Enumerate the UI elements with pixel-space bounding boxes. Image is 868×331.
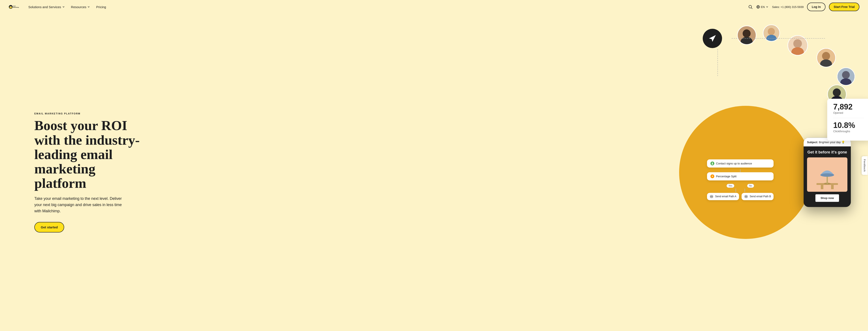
opened-number: 7,892: [833, 103, 864, 111]
email-icon: [744, 194, 748, 198]
product-image: [807, 157, 847, 192]
svg-line-10: [751, 8, 752, 9]
logo[interactable]: intuit Mailchimp: [8, 2, 19, 12]
stats-card: 7,892 Opened 10.8% Clickthroughs: [827, 99, 868, 141]
workflow-node-contact: Contact signs up to audience: [707, 159, 774, 168]
contact-icon: [710, 161, 714, 165]
avatar: [816, 48, 836, 67]
nav-solutions[interactable]: Solutions and Services: [26, 3, 68, 10]
workflow-node-path-b: Send email Path B: [742, 193, 774, 200]
nav-pricing[interactable]: Pricing: [94, 3, 108, 10]
search-icon[interactable]: [748, 4, 753, 9]
email-body: Get it before it's gone: [804, 146, 851, 207]
avatar: [787, 35, 808, 56]
navigation: intuit Mailchimp Solutions and Services …: [0, 0, 868, 14]
workflow-node-split: Percentage Split: [707, 172, 774, 180]
hero-eyebrow: EMAIL MARKETING PLATFORM: [34, 112, 146, 115]
avatar: [763, 25, 780, 42]
nav-right: EN Sales: +1 (800) 315-5939 Log In Start…: [748, 3, 860, 11]
svg-point-26: [820, 174, 834, 177]
language-selector[interactable]: EN: [756, 5, 769, 9]
chevron-down-icon: [766, 5, 769, 8]
email-icon: [710, 194, 713, 198]
email-title: Get it before it's gone: [807, 150, 847, 155]
sales-number: Sales: +1 (800) 315-5939: [772, 5, 804, 8]
avatar: [837, 67, 855, 86]
email-mockup: Subject: Brighten your day 💡 Get it befo…: [804, 138, 851, 207]
svg-point-5: [11, 6, 11, 7]
svg-rect-24: [827, 176, 828, 184]
yes-label: Yes: [726, 184, 734, 188]
trial-button[interactable]: Start Free Trial: [829, 3, 860, 11]
workflow-branch: Send email Path A Send email Path B: [707, 193, 774, 203]
ctr-number: 10.8%: [833, 121, 864, 129]
shop-now-button[interactable]: Shop now: [815, 194, 839, 202]
nav-links: Solutions and Services Resources Pricing: [26, 3, 748, 10]
svg-rect-22: [831, 185, 834, 189]
send-icon-circle: [703, 29, 722, 48]
svg-text:intuit: intuit: [13, 6, 16, 7]
login-button[interactable]: Log In: [807, 3, 826, 11]
hero-visual: Contact signs up to audience Percentage …: [304, 14, 868, 331]
nav-resources[interactable]: Resources: [68, 3, 93, 10]
opened-label: Opened: [833, 111, 864, 114]
hero-title: Boost your ROI with the industry-leading…: [34, 118, 146, 190]
get-started-button[interactable]: Get started: [34, 222, 64, 233]
hero-section: EMAIL MARKETING PLATFORM Boost your ROI …: [0, 14, 868, 331]
workflow: Contact signs up to audience Percentage …: [707, 159, 774, 203]
svg-point-17: [712, 163, 713, 164]
svg-point-4: [10, 6, 10, 7]
ctr-label: Clickthroughs: [833, 130, 864, 133]
avatar: [737, 26, 756, 45]
svg-text:Mailchimp: Mailchimp: [13, 7, 19, 8]
hero-text: EMAIL MARKETING PLATFORM Boost your ROI …: [34, 112, 146, 232]
chevron-down-icon: [87, 5, 90, 8]
workflow-node-path-a: Send email Path A: [707, 193, 739, 200]
svg-point-6: [10, 7, 11, 8]
feedback-tab[interactable]: Feedback: [862, 156, 868, 175]
svg-rect-21: [821, 185, 824, 189]
svg-point-16: [712, 162, 713, 163]
hero-subtitle: Take your email marketing to the next le…: [34, 195, 129, 214]
globe-icon: [756, 5, 760, 9]
no-label: No: [747, 184, 754, 188]
split-icon: [710, 174, 714, 178]
chevron-down-icon: [62, 5, 65, 8]
send-icon: [708, 34, 716, 42]
svg-point-9: [749, 5, 751, 8]
